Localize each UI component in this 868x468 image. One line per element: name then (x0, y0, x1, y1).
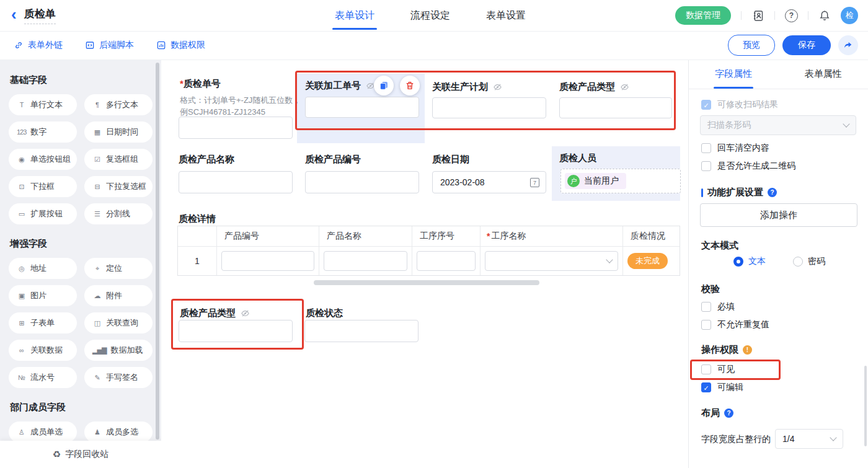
lookup-icon: ◫ (92, 319, 102, 327)
tab-form-setting[interactable]: 表单设置 (486, 0, 526, 31)
cell-product-no-input[interactable] (221, 251, 314, 271)
field-type-multi-text[interactable]: ¶多行文本 (84, 94, 153, 115)
field-type-lookup[interactable]: ◫关联查询 (84, 312, 153, 333)
copy-field-button[interactable] (374, 76, 394, 95)
field-type-linked-data[interactable]: ∞关联数据 (9, 340, 77, 361)
radio-text-mode-password[interactable]: 密码 (793, 256, 825, 267)
page-title[interactable]: 质检单 (24, 7, 56, 24)
contacts-book-icon[interactable] (751, 9, 764, 22)
field-type-image[interactable]: ▣图片 (9, 285, 77, 306)
radio-text-mode-text[interactable]: 文本 (733, 256, 766, 267)
field-type-attachment[interactable]: ☁附件 (84, 285, 153, 306)
field-type-serial-no[interactable]: №流水号 (9, 367, 77, 388)
product-type-top-input[interactable] (559, 97, 672, 118)
checkbox-icon: ☑ (92, 156, 102, 164)
field-type-member-multi[interactable]: ♟成员多选 (84, 422, 153, 443)
checkbox-enter-clear[interactable]: 回车清空内容 (701, 143, 769, 154)
panel-scrollbar[interactable] (864, 366, 867, 446)
tab-form-design[interactable]: 表单设计 (335, 0, 374, 31)
sidebar-scrollbar[interactable] (156, 63, 159, 439)
product-type-bottom-input[interactable] (179, 320, 293, 342)
chevron-down-icon (843, 120, 849, 127)
save-button[interactable]: 保存 (782, 35, 831, 55)
divider (741, 11, 742, 20)
cell-step-name-select[interactable] (485, 251, 618, 271)
current-user-chip[interactable]: 户 当前用户 (565, 173, 626, 189)
checkbox-required[interactable]: 必填 (701, 301, 735, 312)
checkbox-visible[interactable]: 可见 (701, 364, 735, 375)
checkbox-allow-qrcode[interactable]: 是否允许生成二维码 (701, 161, 795, 172)
product-name-input[interactable] (179, 171, 293, 193)
table-horizontal-scrollbar[interactable] (314, 280, 539, 285)
field-type-extend-button[interactable]: ▭扩展按钮 (9, 203, 77, 224)
section-text-mode: 文本模式 (701, 240, 738, 252)
help-question-icon[interactable]: ? (724, 408, 733, 418)
data-manage-button[interactable]: 数据管理 (675, 6, 731, 25)
field-recycle-bin[interactable]: ♻ 字段回收站 (0, 441, 161, 468)
status-badge[interactable]: 未完成 (627, 253, 668, 269)
qc-status-input[interactable] (304, 320, 418, 342)
section-validation: 校验 (701, 283, 720, 295)
form-canvas: *质检单号 格式：计划单号+-ZJ随机五位数， 例SCJH46781-ZJ123… (161, 60, 688, 468)
field-type-locate[interactable]: ⌖定位 (84, 258, 153, 279)
data-permission-button[interactable]: 数据权限 (156, 40, 205, 51)
help-icon[interactable]: ? (785, 9, 798, 22)
field-type-checkbox-group[interactable]: ☑复选框组 (84, 149, 153, 170)
warning-icon[interactable]: ! (743, 345, 752, 355)
divider (808, 11, 808, 20)
field-type-single-text[interactable]: T单行文本 (9, 94, 77, 115)
chevron-down-icon (830, 434, 836, 441)
cell-step-no-input[interactable] (417, 251, 476, 271)
field-width-select[interactable]: 1/4 (775, 429, 843, 449)
qc-person-picker[interactable]: 户 当前用户 (560, 169, 681, 193)
field-type-multi-select[interactable]: ⊟下拉复选框 (84, 176, 153, 197)
rel-work-order-input[interactable] (305, 97, 419, 118)
qc-no-input[interactable] (179, 117, 293, 139)
rel-plan-input[interactable] (432, 97, 546, 118)
checkbox-modifiable-scan-result[interactable]: 可修改扫码结果 (701, 99, 778, 110)
qc-date-input[interactable]: 2023-02-08 7 (432, 171, 546, 193)
field-type-datetime[interactable]: ▦日期时间 (84, 121, 153, 143)
field-type-number[interactable]: 123数字 (9, 121, 77, 143)
field-type-signature[interactable]: ✎手写签名 (84, 367, 153, 388)
eye-off-icon (493, 82, 502, 92)
radio-unselected (793, 257, 803, 267)
delete-field-button[interactable] (400, 76, 420, 95)
back-icon[interactable]: ‹ (11, 6, 17, 22)
field-type-data-load[interactable]: ▂▅▇数据加载 (84, 340, 153, 361)
user-avatar[interactable]: 检 (841, 7, 858, 24)
external-link-button[interactable]: 表单外链 (14, 40, 63, 51)
header-nav-tabs: 表单设计 流程设定 表单设置 (335, 0, 526, 31)
help-question-icon[interactable]: ? (768, 188, 777, 197)
divider-icon: ☰ (92, 210, 102, 218)
notification-bell-icon[interactable] (818, 9, 831, 22)
serial-icon: № (17, 374, 26, 381)
field-type-subform[interactable]: ⊞子表单 (9, 312, 77, 333)
top-header: ‹ 质检单 表单设计 流程设定 表单设置 数据管理 ? 检 (0, 0, 868, 32)
section-title-enhanced-fields: 增强字段 (10, 238, 151, 250)
field-type-select[interactable]: ⊡下拉框 (9, 176, 77, 197)
tab-field-properties[interactable]: 字段属性 (689, 60, 779, 89)
field-type-radio-group[interactable]: ◉单选按钮组 (9, 149, 77, 170)
product-no-input[interactable] (305, 171, 419, 193)
linked-data-icon: ∞ (17, 347, 26, 354)
checkbox-no-duplicate[interactable]: 不允许重复值 (701, 319, 769, 330)
tab-flow-setting[interactable]: 流程设定 (410, 0, 450, 31)
cell-product-name-input[interactable] (324, 251, 407, 271)
tab-form-properties[interactable]: 表单属性 (779, 60, 868, 89)
field-type-member-single[interactable]: ♙成员单选 (9, 422, 77, 443)
checkbox-checked (701, 382, 711, 392)
button-icon: ▭ (17, 210, 26, 218)
backend-script-button[interactable]: 后端脚本 (85, 40, 134, 51)
share-button[interactable] (838, 35, 858, 55)
address-pin-icon: ◎ (17, 265, 26, 273)
preview-button[interactable]: 预览 (728, 35, 775, 56)
add-action-button[interactable]: 添加操作 (700, 203, 857, 227)
divider (774, 11, 775, 20)
checkbox-editable[interactable]: 可编辑 (701, 382, 743, 393)
scan-mode-select[interactable]: 扫描条形码 (700, 115, 856, 135)
qc-detail-table: 产品编号 产品名称 工序序号 *工序名称 质检情况 1 未完成 (177, 226, 680, 276)
field-type-divider[interactable]: ☰分割线 (84, 203, 153, 224)
field-type-address[interactable]: ◎地址 (9, 258, 77, 279)
form-toolbar: 表单外链 后端脚本 数据权限 预览 保存 (0, 31, 868, 60)
